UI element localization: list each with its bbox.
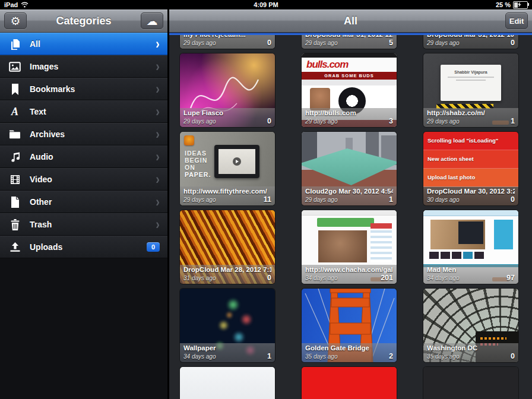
grid-card[interactable]: Washington DC 35 days ago 0 [423,289,518,362]
category-list: All › Images › Bookmarks › A [0,33,167,258]
grid-card[interactable]: bulls.com GRAB SOME BUDS http://bulls.co… [302,53,397,127]
card-grid: my Pilot rejectam... 29 days ago 0 DropC… [180,35,521,399]
card-footer: Cloud2go Mar 30, 2012 4:54 PM.jpg 29 day… [302,186,397,205]
chevron-right-icon: › [156,195,160,209]
sidebar-item-archives[interactable]: Archives › [0,123,167,145]
card-meta: 35 days ago 2 [305,352,393,360]
sidebar-item-bookmarks[interactable]: Bookmarks › [0,78,167,100]
text-line [456,80,486,81]
card-count: 11 [264,195,271,204]
battery-icon [513,1,528,9]
paper-app-icon [184,135,194,145]
uploads-count-badge: 0 [147,242,160,252]
thumbnail-dark-card [423,367,518,399]
bookmark-icon [8,84,22,95]
card-title: http://shabz.co/m/ [427,109,515,116]
grid-card[interactable]: http://www.chacha.com/gallery/3... 34 da… [302,210,397,284]
episode-thumbnails [429,252,484,259]
sidebar-item-audio[interactable]: Audio › [0,145,167,168]
card-count: 1 [267,352,271,360]
grid-card[interactable]: DropCloud Mar 28, 2012 7:11:25... 31 day… [180,210,275,284]
grid-card[interactable]: DropCloud Mar 31, 2012 11:46:... 29 days… [302,35,397,49]
overlay-panel [458,221,483,244]
green-ad-banner [317,218,374,227]
settings-button[interactable]: ⚙ [4,12,27,29]
text-icon: A [8,106,22,117]
sidebar-item-text[interactable]: A Text › [0,100,167,123]
card-age: 29 days ago [305,118,338,125]
sidebar-item-trash[interactable]: Trash › [0,213,167,236]
image-icon [8,62,22,72]
clock: 4:09 PM [0,1,532,8]
card-footer: DropCloud Mar 28, 2012 7:11:25... 31 day… [180,265,275,284]
card-age: 34 days ago [427,275,460,281]
grid-card[interactable]: Cloud2go Mar 30, 2012 4:54 PM.jpg 29 day… [302,132,397,205]
tablet-screen [218,149,255,174]
card-count: 0 [511,195,515,204]
film-icon [8,175,22,185]
card-meta: 31 days ago 0 [183,274,271,282]
chevron-right-icon: › [156,104,160,119]
sidebar-item-label: Uploads [30,242,139,252]
card-title: Lupe Fiasco [183,109,271,116]
grid-card[interactable]: Scrolling load "isLoading" New action sh… [423,132,518,205]
grid-card[interactable]: Wallpaper 34 days ago 1 [180,289,275,362]
sidebar-panel [494,220,513,249]
grid-card[interactable] [423,367,518,399]
grid-card[interactable] [302,367,397,399]
card-age: 29 days ago [427,118,460,125]
card-meta: 29 days ago 11 [183,195,271,204]
sidebar-item-all[interactable]: All › [0,33,167,55]
chevron-right-icon: › [156,172,160,186]
sidebar-item-uploads[interactable]: Uploads 0 [0,236,167,258]
sidebar-item-other[interactable]: Other › [0,191,167,213]
card-age: 31 days ago [183,275,216,281]
card-meta: 34 days ago 201 [305,274,393,282]
site-header [423,210,518,216]
sidebar-item-label: Bookmarks [30,84,148,94]
chevron-right-icon: › [156,37,160,51]
card-count: 0 [267,39,271,47]
play-button-icon [233,157,241,166]
grid-card[interactable]: Mad Men 34 days ago 97 [423,210,518,284]
player-photo [310,88,330,110]
card-footer: http://bulls.com 29 days ago 3 [302,108,397,127]
card-title: http://www.fiftythree.com/ [183,188,271,195]
grid-card[interactable]: DropCloud Mar 31, 2012 10:42:... 29 days… [423,35,518,49]
sidebar-item-images[interactable]: Images › [0,55,167,78]
card-title: DropCloud Mar 31, 2012 10:42:... [427,35,515,38]
card-meta: 34 days ago 1 [183,352,271,360]
card-footer: Lupe Fiasco 29 days ago 0 [180,108,275,127]
edit-button[interactable]: Edit [505,12,528,29]
grid-scroll-area[interactable]: my Pilot rejectam... 29 days ago 0 DropC… [169,35,532,399]
sidebar-item-label: Audio [30,152,148,162]
note-row: New action sheet [423,150,518,169]
trash-icon [8,219,22,230]
cloud-icon: ☁ [147,15,158,27]
grid-card[interactable]: IDEAS BEGIN ON PAPER. http://www.fifty [180,132,275,205]
show-photo [430,220,485,249]
grid-card[interactable]: Golden Gate Bridge 35 days ago 2 [302,289,397,362]
thumbnail-red-card [302,367,397,399]
battery-percent: 25 % [496,1,511,8]
card-age: 29 days ago [183,118,216,125]
grid-card[interactable]: Lupe Fiasco 29 days ago 0 [180,53,275,127]
chevron-right-icon: › [156,127,160,141]
tablet-photo [214,145,259,178]
grid-card[interactable]: my Pilot rejectam... 29 days ago 0 [180,35,275,49]
bulls-banner-text: GRAB SOME BUDS [302,72,397,80]
grid-card[interactable] [180,367,275,399]
card-count: 1 [389,195,393,204]
card-meta: 29 days ago 1 [305,195,393,204]
music-note-icon [8,151,22,163]
grid-card[interactable]: Shabbir Vijapura http://shabz.co/m/ 29 d… [423,53,518,127]
tagline-line: IDEAS [185,150,211,157]
card-age: 34 days ago [305,275,338,281]
card-footer: Washington DC 35 days ago 0 [423,343,518,362]
cloud-sync-button[interactable]: ☁ [141,12,163,29]
card-meta: 29 days ago 0 [183,39,271,47]
page-title: All [169,15,532,27]
card-footer: DropCloud Mar 31, 2012 10:42:... 29 days… [423,35,518,49]
sidebar-item-video[interactable]: Video › [0,168,167,191]
sidebar-item-label: Other [30,197,148,207]
